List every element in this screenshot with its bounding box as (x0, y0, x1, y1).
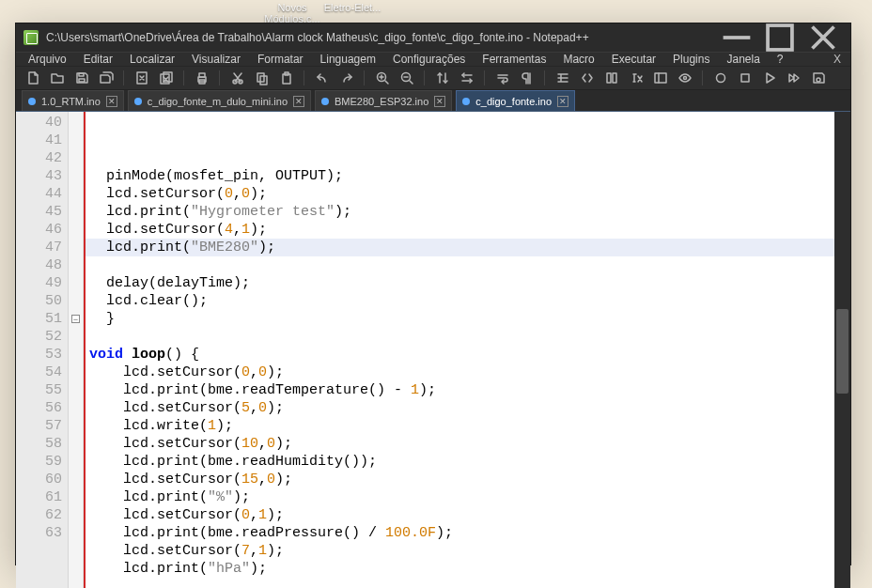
svg-rect-7 (199, 73, 205, 77)
copy-icon[interactable] (251, 67, 273, 89)
desktop-shortcut[interactable]: Eletro-Elet... (319, 2, 385, 13)
menu-localizar[interactable]: Localizar (121, 53, 183, 66)
menu-linguagem[interactable]: Linguagem (312, 53, 384, 66)
close-all-icon[interactable] (155, 67, 178, 89)
svg-point-23 (817, 78, 820, 82)
editor-area: 4041424344454647484950515253545556575859… (16, 112, 850, 588)
tab-close-icon[interactable]: ✕ (293, 96, 304, 107)
play-macro-icon[interactable] (758, 67, 781, 89)
svg-rect-1 (79, 79, 85, 82)
svg-rect-17 (607, 73, 611, 83)
sync-h-icon[interactable] (456, 67, 478, 89)
vertical-scrollbar[interactable] (834, 112, 850, 588)
tab-1-0_RTM-ino[interactable]: 1.0_RTM.ino✕ (22, 90, 124, 111)
app-icon (23, 30, 39, 45)
tab-status-icon (134, 98, 142, 105)
tab-status-icon (28, 98, 36, 105)
menu-executar[interactable]: Executar (603, 53, 664, 66)
doc-map-icon[interactable] (600, 67, 623, 89)
svg-rect-0 (768, 25, 792, 50)
sync-v-icon[interactable] (431, 67, 454, 89)
redo-icon[interactable] (335, 67, 358, 89)
undo-icon[interactable] (311, 67, 334, 89)
svg-rect-19 (655, 73, 666, 83)
tab-BME280_ESP32-ino[interactable]: BME280_ESP32.ino✕ (315, 90, 452, 111)
menu-formatar[interactable]: Formatar (249, 53, 312, 66)
svg-rect-18 (613, 73, 616, 83)
zoom-out-icon[interactable] (396, 67, 418, 89)
stop-macro-icon[interactable] (734, 67, 756, 89)
fold-column[interactable]: − (69, 112, 84, 588)
indent-guide-icon[interactable] (552, 67, 574, 89)
document-tabs: 1.0_RTM.ino✕c_digo_fonte_m_dulo_mini.ino… (16, 90, 850, 112)
tab-label: 1.0_RTM.ino (41, 96, 101, 107)
func-list-icon[interactable] (625, 67, 647, 89)
open-folder-icon[interactable] (46, 67, 69, 89)
minimize-button[interactable] (715, 23, 758, 52)
menu-visualizar[interactable]: Visualizar (183, 53, 249, 66)
tab-status-icon (321, 98, 329, 105)
tab-close-icon[interactable]: ✕ (557, 96, 568, 107)
menu-arquivo[interactable]: Arquivo (20, 53, 75, 66)
close-window-button[interactable] (802, 23, 845, 52)
folder-panel-icon[interactable] (649, 67, 672, 89)
monitor-icon[interactable] (674, 67, 696, 89)
save-macro-icon[interactable] (807, 67, 830, 89)
menubar: ArquivoEditarLocalizarVisualizarFormatar… (16, 52, 850, 66)
new-file-icon[interactable] (22, 67, 44, 89)
show-all-icon[interactable] (516, 67, 538, 89)
record-macro-icon[interactable] (709, 67, 732, 89)
tab-c_digo_fonte_m_dulo_mini-ino[interactable]: c_digo_fonte_m_dulo_mini.ino✕ (128, 90, 311, 111)
print-icon[interactable] (191, 67, 213, 89)
svg-rect-2 (79, 73, 84, 76)
cut-icon[interactable] (226, 67, 249, 89)
desktop-shortcut[interactable]: Novos Módulos.c... (259, 2, 325, 24)
tab-close-icon[interactable]: ✕ (434, 96, 445, 107)
close-doc-icon[interactable] (131, 67, 153, 89)
run-multi-icon[interactable] (783, 67, 805, 89)
maximize-button[interactable] (758, 23, 802, 52)
notepadpp-window: C:\Users\smart\OneDrive\Área de Trabalho… (15, 23, 851, 565)
svg-point-21 (717, 74, 725, 83)
window-title: C:\Users\smart\OneDrive\Área de Trabalho… (46, 31, 589, 44)
menu-macro[interactable]: Macro (554, 53, 602, 66)
menubar-close-button[interactable]: X (824, 53, 850, 66)
menu-janela[interactable]: Janela (718, 53, 768, 66)
menu-configurações[interactable]: Configurações (384, 53, 474, 66)
lang-icon[interactable] (576, 67, 599, 89)
menu-editar[interactable]: Editar (75, 53, 121, 66)
toolbar (16, 66, 850, 90)
zoom-in-icon[interactable] (371, 67, 394, 89)
save-all-icon[interactable] (95, 67, 117, 89)
tab-label: c_digo_fonte_m_dulo_mini.ino (148, 96, 288, 107)
menu-ferramentas[interactable]: Ferramentas (474, 53, 554, 66)
tab-status-icon (462, 98, 470, 105)
scrollbar-thumb[interactable] (836, 309, 849, 394)
menu-plugins[interactable]: Plugins (664, 53, 718, 66)
paste-icon[interactable] (275, 67, 298, 89)
tab-label: c_digo_fonte.ino (475, 96, 552, 107)
fold-toggle-icon[interactable]: − (71, 315, 80, 323)
svg-point-20 (684, 77, 687, 80)
svg-rect-22 (741, 74, 749, 82)
menu-?[interactable]: ? (769, 53, 792, 66)
wordwrap-icon[interactable] (491, 67, 514, 89)
tab-close-icon[interactable]: ✕ (106, 96, 117, 107)
code-editor[interactable]: pinMode(mosfet_pin, OUTPUT); lcd.setCurs… (86, 112, 834, 588)
line-number-gutter[interactable]: 4041424344454647484950515253545556575859… (16, 112, 69, 588)
save-icon[interactable] (70, 67, 93, 89)
tab-c_digo_fonte-ino[interactable]: c_digo_fonte.ino✕ (456, 90, 575, 111)
tab-label: BME280_ESP32.ino (335, 96, 428, 107)
titlebar[interactable]: C:\Users\smart\OneDrive\Área de Trabalho… (16, 23, 850, 52)
